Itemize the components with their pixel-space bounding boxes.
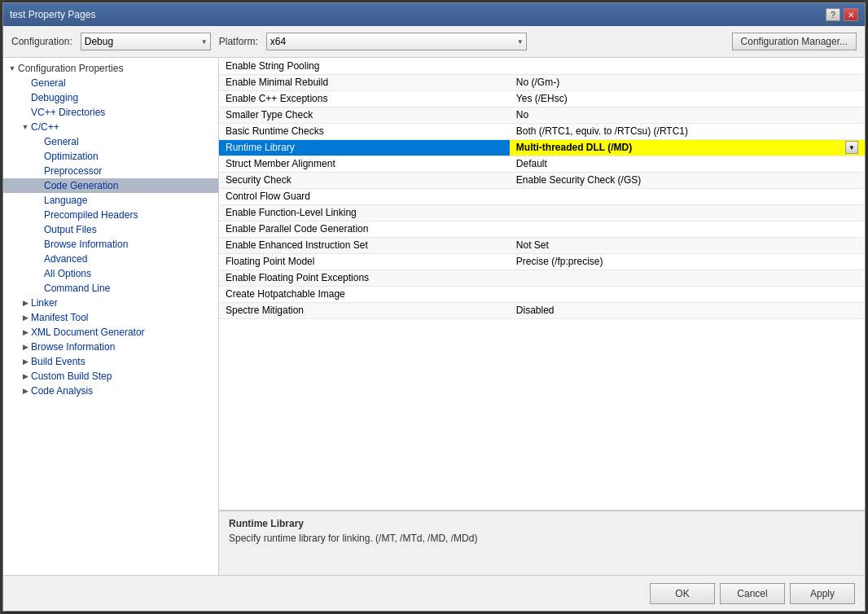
sidebar-item-cpp[interactable]: ▼C/C++ <box>3 120 218 134</box>
sidebar-item-linker[interactable]: ▶Linker <box>3 296 218 310</box>
sidebar-label-xml-doc-gen: XML Document Generator <box>31 327 145 338</box>
sidebar-item-cpp-general[interactable]: General <box>3 134 218 149</box>
main-panel: Enable String PoolingEnable Minimal Rebu… <box>219 58 865 575</box>
prop-value-5[interactable]: Multi-threaded DLL (/MD)▼ <box>510 139 865 156</box>
prop-row-3[interactable]: Smaller Type CheckNo <box>219 107 865 123</box>
sidebar-item-debugging[interactable]: Debugging <box>3 90 218 105</box>
expander-custom-build-step: ▶ <box>20 372 31 380</box>
sidebar-label-custom-build-step: Custom Build Step <box>31 371 112 382</box>
expander-xml-doc-gen: ▶ <box>20 328 31 336</box>
prop-row-15[interactable]: Spectre MitigationDisabled <box>219 302 865 318</box>
sidebar-label-vc-dirs: VC++ Directories <box>31 107 105 118</box>
sidebar-item-xml-doc-gen[interactable]: ▶XML Document Generator <box>3 325 218 340</box>
prop-row-4[interactable]: Basic Runtime ChecksBoth (/RTC1, equiv. … <box>219 123 865 139</box>
sidebar-item-custom-build-step[interactable]: ▶Custom Build Step <box>3 369 218 384</box>
sidebar-item-language[interactable]: Language <box>3 193 218 208</box>
toolbar: Configuration: Debug Platform: x64 Confi… <box>3 26 865 58</box>
prop-row-5[interactable]: Runtime LibraryMulti-threaded DLL (/MD)▼ <box>219 139 865 156</box>
prop-value-15: Disabled <box>510 302 865 318</box>
sidebar-item-vc-dirs[interactable]: VC++ Directories <box>3 105 218 120</box>
prop-row-10[interactable]: Enable Parallel Code Generation <box>219 221 865 237</box>
expander-browse-info-root: ▶ <box>20 343 31 351</box>
expander-config-props: ▼ <box>7 64 18 72</box>
sidebar-item-output-files[interactable]: Output Files <box>3 222 218 237</box>
sidebar-item-precompiled-headers[interactable]: Precompiled Headers <box>3 208 218 222</box>
sidebar-item-manifest-tool[interactable]: ▶Manifest Tool <box>3 310 218 325</box>
sidebar-label-general: General <box>31 77 66 89</box>
sidebar-label-advanced: Advanced <box>44 253 87 265</box>
prop-name-10: Enable Parallel Code Generation <box>219 221 510 237</box>
prop-name-0: Enable String Pooling <box>219 58 510 74</box>
expander-cpp: ▼ <box>20 123 31 131</box>
prop-name-4: Basic Runtime Checks <box>219 123 510 139</box>
description-title: Runtime Library <box>229 518 855 529</box>
close-button[interactable]: ✕ <box>844 8 858 21</box>
config-select[interactable]: Debug <box>81 33 211 50</box>
prop-row-8[interactable]: Control Flow Guard <box>219 188 865 204</box>
cancel-button[interactable]: Cancel <box>720 583 785 604</box>
sidebar-item-config-props[interactable]: ▼Configuration Properties <box>3 61 218 76</box>
prop-row-9[interactable]: Enable Function-Level Linking <box>219 204 865 221</box>
prop-name-15: Spectre Mitigation <box>219 302 510 318</box>
prop-row-2[interactable]: Enable C++ ExceptionsYes (/EHsc) <box>219 90 865 107</box>
prop-row-11[interactable]: Enable Enhanced Instruction SetNot Set <box>219 237 865 253</box>
sidebar-item-browse-info-root[interactable]: ▶Browse Information <box>3 340 218 354</box>
ok-button[interactable]: OK <box>650 583 715 604</box>
title-bar: test Property Pages ? ✕ <box>3 3 865 26</box>
sidebar-item-optimization[interactable]: Optimization <box>3 149 218 164</box>
sidebar-item-build-events[interactable]: ▶Build Events <box>3 354 218 369</box>
prop-value-12: Precise (/fp:precise) <box>510 253 865 270</box>
apply-button[interactable]: Apply <box>790 583 855 604</box>
platform-select-wrapper: x64 <box>266 33 527 50</box>
main-window: test Property Pages ? ✕ Configuration: D… <box>2 2 866 612</box>
prop-value-2: Yes (/EHsc) <box>510 90 865 107</box>
sidebar-label-precompiled-headers: Precompiled Headers <box>44 209 138 221</box>
prop-name-13: Enable Floating Point Exceptions <box>219 270 510 286</box>
sidebar-item-general[interactable]: General <box>3 76 218 90</box>
prop-name-8: Control Flow Guard <box>219 188 510 204</box>
properties-table: Enable String PoolingEnable Minimal Rebu… <box>219 58 865 319</box>
config-manager-button[interactable]: Configuration Manager... <box>732 33 857 50</box>
sidebar-label-config-props: Configuration Properties <box>18 63 123 74</box>
prop-value-13 <box>510 270 865 286</box>
prop-row-14[interactable]: Create Hotpatchable Image <box>219 286 865 302</box>
sidebar-item-code-analysis[interactable]: ▶Code Analysis <box>3 384 218 398</box>
sidebar-item-advanced[interactable]: Advanced <box>3 252 218 266</box>
expander-linker: ▶ <box>20 299 31 307</box>
prop-row-1[interactable]: Enable Minimal RebuildNo (/Gm-) <box>219 74 865 90</box>
prop-value-1: No (/Gm-) <box>510 74 865 90</box>
prop-row-6[interactable]: Struct Member AlignmentDefault <box>219 156 865 172</box>
prop-value-4: Both (/RTC1, equiv. to /RTCsu) (/RTC1) <box>510 123 865 139</box>
sidebar-label-code-generation: Code Generation <box>44 180 118 191</box>
sidebar-label-optimization: Optimization <box>44 151 99 162</box>
sidebar-label-cpp: C/C++ <box>31 121 59 133</box>
prop-row-12[interactable]: Floating Point ModelPrecise (/fp:precise… <box>219 253 865 270</box>
prop-row-7[interactable]: Security CheckEnable Security Check (/GS… <box>219 172 865 188</box>
sidebar-item-browse-information[interactable]: Browse Information <box>3 237 218 252</box>
prop-row-13[interactable]: Enable Floating Point Exceptions <box>219 270 865 286</box>
prop-value-text-5: Multi-threaded DLL (/MD) <box>516 142 632 153</box>
sidebar-item-all-options[interactable]: All Options <box>3 266 218 281</box>
dropdown-arrow-5[interactable]: ▼ <box>845 141 858 154</box>
sidebar-label-preprocessor: Preprocessor <box>44 165 102 177</box>
expander-manifest-tool: ▶ <box>20 314 31 322</box>
prop-value-10 <box>510 221 865 237</box>
sidebar-label-all-options: All Options <box>44 268 91 279</box>
sidebar-item-code-generation[interactable]: Code Generation <box>3 178 218 193</box>
prop-name-3: Smaller Type Check <box>219 107 510 123</box>
sidebar-label-debugging: Debugging <box>31 92 78 103</box>
prop-name-7: Security Check <box>219 172 510 188</box>
sidebar-label-language: Language <box>44 195 87 206</box>
platform-select[interactable]: x64 <box>266 33 527 50</box>
prop-name-11: Enable Enhanced Instruction Set <box>219 237 510 253</box>
prop-row-0[interactable]: Enable String Pooling <box>219 58 865 74</box>
properties-area: Enable String PoolingEnable Minimal Rebu… <box>219 58 865 510</box>
sidebar-label-manifest-tool: Manifest Tool <box>31 312 88 323</box>
window-title: test Property Pages <box>10 9 95 20</box>
footer: OK Cancel Apply <box>3 575 865 611</box>
help-button[interactable]: ? <box>826 8 840 21</box>
sidebar-item-command-line[interactable]: Command Line <box>3 281 218 296</box>
sidebar-item-preprocessor[interactable]: Preprocessor <box>3 164 218 178</box>
sidebar-label-browse-info-root: Browse Information <box>31 341 115 353</box>
platform-label: Platform: <box>219 36 258 47</box>
